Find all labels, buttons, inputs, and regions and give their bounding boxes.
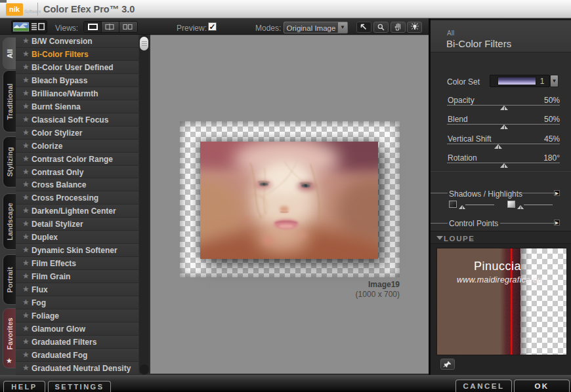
svg-text:www.maidiregrafica.eu: www.maidiregrafica.eu: [457, 275, 542, 284]
svg-text:Pinuccia: Pinuccia: [474, 260, 522, 273]
